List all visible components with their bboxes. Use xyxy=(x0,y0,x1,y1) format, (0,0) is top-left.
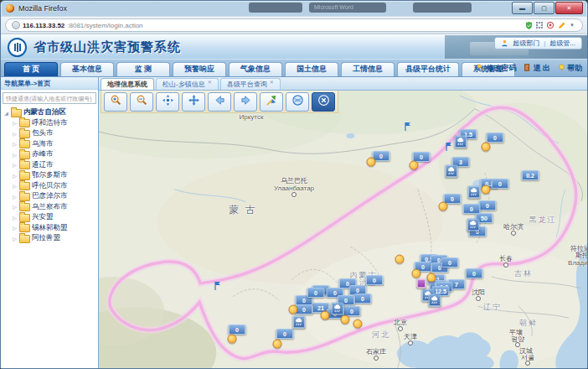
action-key[interactable]: 修改密码 xyxy=(477,63,516,74)
station-marker[interactable] xyxy=(321,311,330,320)
zoom-in-button[interactable] xyxy=(104,92,127,112)
map-toolbar xyxy=(101,91,338,113)
overview-button[interactable] xyxy=(286,92,309,112)
map-canvas[interactable]: Иркутск乌兰巴托Улаанбаатар蒙古黑龙江哈尔滨长春吉林沈阳辽宁北京… xyxy=(99,91,587,368)
workspace-tab-1[interactable]: 松山-乡镇信息✕ xyxy=(156,78,219,90)
action-help[interactable]: 帮助 xyxy=(558,63,582,74)
rain-gauge-marker[interactable]: 0 xyxy=(229,325,246,335)
current-dept: 超级部门 xyxy=(513,39,539,48)
station-marker[interactable] xyxy=(341,315,350,325)
zoom-in-icon xyxy=(110,94,122,110)
tree-item-6[interactable]: ▷呼伦贝尔市 xyxy=(3,181,98,192)
highlighter-icon[interactable] xyxy=(557,21,565,29)
rain-station-marker[interactable] xyxy=(468,186,481,199)
rain-gauge-marker[interactable]: 0 xyxy=(487,133,504,143)
flag-marker[interactable] xyxy=(404,120,413,135)
close-tab-icon[interactable]: ✕ xyxy=(270,79,274,85)
folder-icon xyxy=(19,224,30,232)
action-door[interactable]: 退 出 xyxy=(524,63,550,74)
move-button[interactable] xyxy=(182,92,205,112)
rain-gauge-marker[interactable]: 0 xyxy=(307,288,325,298)
tree-item-2[interactable]: ▷乌海市 xyxy=(3,139,98,150)
nav-tab-3[interactable]: 预警响应 xyxy=(173,62,226,76)
map-label: 哈尔滨 xyxy=(503,222,524,231)
rain-gauge-marker[interactable]: 0 xyxy=(466,268,483,278)
main-nav: 首 页基本信息监 测预警响应气象信息国土信息工情信息县级平台统计系统管理 修改密… xyxy=(1,59,587,76)
rain-gauge-marker[interactable]: 0 xyxy=(479,200,497,210)
next-view-button[interactable] xyxy=(234,92,257,112)
tree-item-9[interactable]: ▷兴安盟 xyxy=(3,212,98,223)
shield-icon[interactable] xyxy=(524,21,533,29)
tree-item-3[interactable]: ▷赤峰市 xyxy=(3,149,98,160)
rain-gauge-marker[interactable]: 0 xyxy=(492,179,509,189)
close-button[interactable]: ✕ xyxy=(555,2,583,14)
tree-item-10[interactable]: ▷锡林郭勒盟 xyxy=(3,223,98,234)
rain-gauge-marker[interactable]: 0 xyxy=(276,329,294,339)
station-marker[interactable] xyxy=(412,269,421,278)
previous-view-button[interactable] xyxy=(208,92,231,112)
rain-gauge-marker[interactable]: 0.2 xyxy=(522,170,539,180)
tree-item-0[interactable]: ▷呼和浩特市 xyxy=(3,118,98,129)
rain-station-marker[interactable] xyxy=(293,316,306,329)
workspace-tab-0[interactable]: 地理信息系统 xyxy=(101,78,154,90)
station-marker[interactable] xyxy=(482,185,491,195)
station-marker[interactable] xyxy=(410,161,419,170)
tree-item-11[interactable]: ▷阿拉善盟 xyxy=(3,233,98,244)
rain-gauge-marker[interactable]: 0 xyxy=(296,304,313,314)
nav-tab-5[interactable]: 国土信息 xyxy=(285,62,338,76)
url-input[interactable]: 116.113.33.52 :8081/system/login.action … xyxy=(5,18,583,32)
nav-tab-6[interactable]: 工情信息 xyxy=(341,62,395,76)
station-marker[interactable] xyxy=(228,335,237,344)
nav-tab-4[interactable]: 气象信息 xyxy=(229,62,282,76)
rain-gauge-marker[interactable]: 0 xyxy=(354,294,372,304)
maximize-button[interactable]: ▢ xyxy=(534,2,554,14)
flag-marker[interactable] xyxy=(445,140,454,155)
firefox-icon xyxy=(6,4,14,13)
close-tab-icon[interactable]: ✕ xyxy=(208,79,212,85)
rain-station-marker[interactable] xyxy=(429,294,441,307)
workspace-tab-2[interactable]: 县级平台查询✕ xyxy=(220,78,281,90)
tree-item-4[interactable]: ▷通辽市 xyxy=(3,160,98,171)
station-marker[interactable] xyxy=(439,202,448,211)
pan-button[interactable] xyxy=(156,92,179,112)
station-marker[interactable] xyxy=(367,158,376,167)
tree-item-1[interactable]: ▷包头市 xyxy=(3,128,98,139)
rain-station-marker[interactable] xyxy=(446,165,458,178)
grid-icon[interactable] xyxy=(535,21,544,29)
quick-search-input[interactable] xyxy=(3,92,96,104)
nav-tab-0[interactable]: 首 页 xyxy=(4,62,58,76)
window-controls: ▬ ▢ ✕ xyxy=(511,2,583,14)
window-titlebar[interactable]: Mozilla Firefox Microsoft Word ▬ ▢ ✕ xyxy=(1,1,587,16)
station-marker[interactable] xyxy=(289,305,298,314)
notification-badge-icon[interactable] xyxy=(546,21,554,29)
city-dot xyxy=(408,340,413,346)
nav-tab-2[interactable]: 监 测 xyxy=(116,62,170,76)
folder-icon xyxy=(19,214,30,222)
close-button[interactable] xyxy=(312,92,335,112)
nav-tab-7[interactable]: 县级平台统计 xyxy=(397,62,459,76)
previous-view-icon xyxy=(214,94,226,110)
nav-tab-1[interactable]: 基本信息 xyxy=(60,62,114,76)
station-marker[interactable] xyxy=(427,273,436,283)
rain-gauge-marker[interactable]: 0 xyxy=(366,275,384,285)
rain-station-marker[interactable] xyxy=(455,136,467,148)
tree-item-5[interactable]: ▷鄂尔多斯市 xyxy=(3,170,98,181)
current-admin[interactable]: 超级管... xyxy=(549,39,575,48)
rain-station-marker[interactable] xyxy=(332,303,344,315)
rain-station-marker[interactable] xyxy=(467,219,480,231)
station-marker[interactable] xyxy=(273,340,282,349)
rain-gauge-marker[interactable]: 0 xyxy=(441,257,459,268)
station-marker[interactable] xyxy=(482,143,491,152)
chevron-down-icon[interactable]: ▼ xyxy=(568,21,576,29)
folder-icon xyxy=(19,182,30,190)
zoom-out-button[interactable] xyxy=(130,92,153,112)
alert-marker[interactable] xyxy=(417,279,426,288)
tree-item-7[interactable]: ▷巴彦淖尔市 xyxy=(3,191,98,202)
tree-root[interactable]: ◢内蒙古自治区 xyxy=(3,107,98,118)
flag-marker[interactable] xyxy=(214,279,223,294)
station-marker[interactable] xyxy=(395,255,405,264)
station-marker[interactable] xyxy=(353,320,363,329)
minimize-button[interactable]: ▬ xyxy=(512,2,533,14)
full-extent-button[interactable] xyxy=(260,92,283,112)
tree-item-8[interactable]: ▷乌兰察布市 xyxy=(3,202,98,213)
